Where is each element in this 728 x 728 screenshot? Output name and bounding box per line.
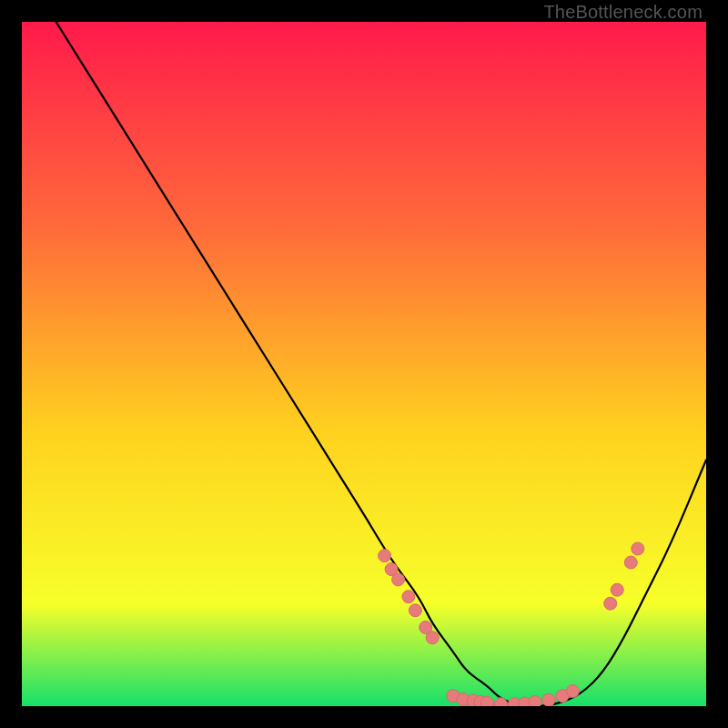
data-point	[379, 550, 391, 562]
data-point	[624, 556, 637, 569]
data-point	[542, 693, 555, 706]
data-point	[566, 685, 579, 698]
data-point	[494, 698, 507, 706]
data-point	[402, 591, 415, 603]
data-point	[529, 696, 541, 707]
bottleneck-chart	[22, 22, 706, 706]
data-point	[611, 583, 623, 596]
data-point	[392, 573, 405, 586]
data-point	[426, 632, 439, 644]
data-point	[480, 696, 493, 706]
data-point	[604, 597, 617, 610]
data-point	[409, 604, 421, 617]
watermark-text: TheBottleneck.com	[543, 2, 703, 23]
chart-frame	[22, 22, 706, 706]
data-point	[632, 542, 644, 555]
